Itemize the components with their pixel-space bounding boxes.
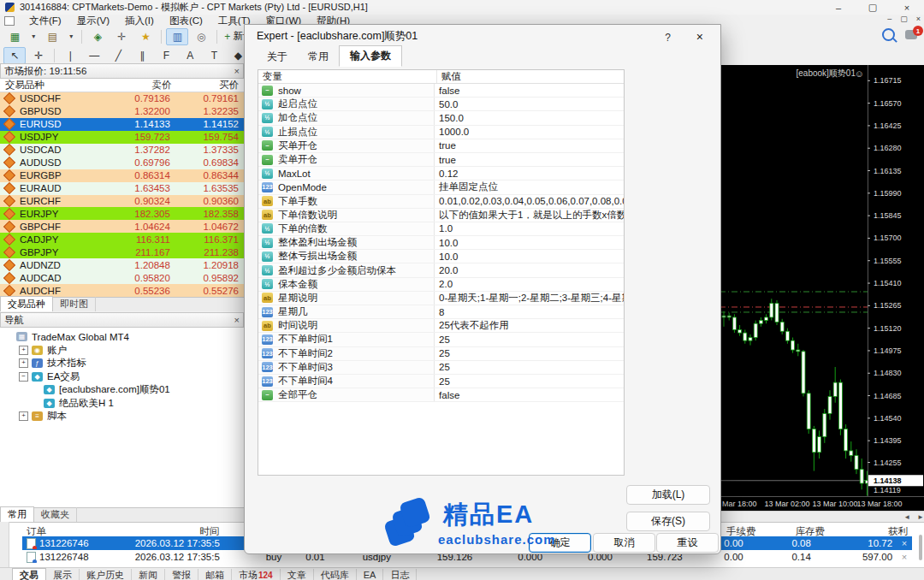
terminal-tab-账户历史[interactable]: 账户历史 — [80, 569, 132, 580]
save-button[interactable]: 保存(S) — [626, 512, 710, 531]
parameter-value[interactable]: 50.0 — [435, 99, 624, 109]
market-watch-row[interactable]: AUDCHF0.552360.55276 — [0, 284, 244, 297]
fibonacci-button[interactable]: F — [155, 47, 177, 64]
parameter-row[interactable]: ab时间说明25代表不起作用 — [258, 319, 624, 333]
search-icon[interactable] — [882, 28, 895, 41]
cancel-button[interactable]: 取消 — [593, 533, 655, 553]
parameter-row[interactable]: ½整体亏损出场金额10.0 — [258, 250, 624, 263]
menu-item[interactable]: 图表(C) — [162, 15, 210, 27]
equidistant-channel-button[interactable]: ∥ — [131, 47, 153, 64]
parameter-row[interactable]: ½整体盈利出场金额10.0 — [258, 236, 624, 250]
dialog-tab-输入参数[interactable]: 输入参数 — [339, 45, 402, 67]
terminal-tab-日志[interactable]: 日志 — [383, 569, 417, 580]
dialog-close-button[interactable]: × — [696, 30, 703, 44]
market-watch-row[interactable]: GBPJPY211.167211.238 — [0, 246, 244, 258]
column-bid[interactable]: 卖价 — [110, 79, 176, 92]
terminal-tab-邮箱[interactable]: 邮箱 — [198, 569, 232, 580]
column-ask[interactable]: 买价 — [177, 79, 244, 92]
market-watch-row[interactable]: USDCAD1.372821.37335 — [0, 144, 244, 157]
horizontal-line-button[interactable]: — — [83, 47, 105, 64]
market-watch-row[interactable]: GBPUSD1.322001.32235 — [0, 105, 244, 118]
market-watch-row[interactable]: AUDUSD0.697960.69834 — [0, 157, 244, 169]
vertical-line-button[interactable]: | — [59, 47, 81, 64]
market-watch-toggle-button[interactable]: ▥ — [166, 28, 188, 45]
navigator-item[interactable]: +◉账户 — [0, 344, 244, 358]
parameter-row[interactable]: ab下单手数0.01,0.02,0.03,0.04,0.05,0.06,0.07… — [258, 195, 624, 209]
parameter-row[interactable]: 123OpenMode挂单固定点位 — [258, 181, 624, 194]
parameter-value[interactable]: 1.0 — [435, 223, 624, 234]
market-watch-row[interactable]: CADJPY116.311116.371 — [0, 233, 244, 246]
terminal-tab-新闻[interactable]: 新闻 — [132, 569, 165, 580]
favorites-button[interactable]: ★ — [134, 28, 157, 45]
parameter-row[interactable]: ~买单开仓true — [258, 139, 624, 153]
minimize-button[interactable]: – — [821, 0, 856, 15]
collapse-icon[interactable]: − — [19, 372, 28, 382]
parameter-row[interactable]: 123不下单时间425 — [258, 375, 624, 388]
parameter-row[interactable]: ½MaxLot0.12 — [258, 167, 624, 181]
navigator-tab-常用[interactable]: 常用 — [0, 506, 34, 522]
market-watch-row[interactable]: EURJPY182.305182.358 — [0, 207, 244, 220]
scroll-right-icon[interactable]: ► — [917, 513, 924, 521]
navigator-item[interactable]: ▦TradeMax Global MT4 — [0, 330, 244, 344]
reset-button[interactable]: 重设 — [656, 533, 719, 553]
navigator-item[interactable]: −◆EA交易 — [0, 370, 244, 384]
dialog-tab-常用[interactable]: 常用 — [298, 47, 339, 67]
parameter-value[interactable]: 挂单固定点位 — [435, 181, 624, 193]
close-order-icon[interactable]: × — [897, 538, 912, 548]
parameter-row[interactable]: ~全部平仓false — [258, 388, 624, 402]
parameter-value[interactable]: 0.12 — [435, 169, 624, 179]
ok-button[interactable]: 确定 — [529, 533, 591, 553]
menu-item[interactable]: 插入(I) — [117, 15, 162, 27]
new-chart-dropdown-icon[interactable]: ▾ — [27, 28, 39, 45]
terminal-tab-警报[interactable]: 警报 — [165, 569, 198, 580]
parameter-value[interactable]: false — [435, 86, 624, 96]
column-symbol[interactable]: 交易品种 — [0, 79, 110, 92]
parameter-row[interactable]: ½保本金额2.0 — [258, 278, 624, 292]
expand-icon[interactable]: + — [19, 358, 28, 368]
market-watch-close-icon[interactable]: × — [234, 66, 240, 76]
market-watch-row[interactable]: EURCHF0.903240.90360 — [0, 195, 244, 208]
market-watch-row[interactable]: GBPCHF1.046241.04672 — [0, 220, 244, 233]
parameter-value[interactable]: 25 — [435, 362, 624, 372]
parameter-value[interactable]: 25 — [435, 376, 624, 387]
new-chart-button[interactable]: ▦ — [3, 28, 26, 45]
terminal-tab-市场[interactable]: 市场124 — [232, 569, 281, 580]
terminal-tab-EA[interactable]: EA — [357, 569, 384, 580]
navigator-item[interactable]: ◆[eaclubshare.com]顺势01 — [0, 383, 244, 397]
parameter-row[interactable]: ab下单倍数说明以下的值如果大于1，就是以上的手数x倍数！例?... — [258, 209, 624, 222]
parameter-value[interactable]: false — [435, 390, 624, 400]
navigator-item[interactable]: +≡脚本 — [0, 410, 244, 423]
notification-icon[interactable]: 1 — [905, 30, 917, 39]
price-chart[interactable]: 1.167151.165701.164251.162801.161351.159… — [720, 65, 924, 511]
parameter-value[interactable]: 10.0 — [435, 252, 624, 262]
chart-canvas[interactable]: 1.167151.165701.164251.162801.161351.159… — [720, 65, 924, 511]
parameter-value[interactable]: 8 — [435, 307, 624, 317]
profiles-button[interactable]: ▤ — [41, 28, 63, 45]
terminal-tab-文章[interactable]: 文章 — [281, 569, 314, 580]
menu-item[interactable]: 文件(F) — [21, 15, 69, 27]
parameter-value[interactable]: 以下的值如果大于1，就是以上的手数x倍数！例?... — [435, 209, 624, 222]
expand-icon[interactable]: + — [19, 411, 28, 421]
navigator-item[interactable]: ◆绝品欧美H 1 — [0, 397, 244, 411]
parameter-row[interactable]: ~卖单开仓true — [258, 153, 624, 167]
data-window-button[interactable]: ◎ — [190, 28, 212, 45]
parameter-value[interactable]: 2.0 — [435, 279, 624, 289]
parameter-value[interactable]: 25代表不起作用 — [435, 319, 624, 332]
parameter-row[interactable]: 123不下单时间125 — [258, 333, 624, 346]
market-watch-row[interactable]: USDJPY159.723159.754 — [0, 131, 244, 144]
text-label-button[interactable]: T — [203, 47, 225, 64]
trendline-button[interactable]: ╱ — [107, 47, 129, 64]
parameter-value[interactable]: 0-星期天;1-星期一;2-星期二;3-星期三;4-星期四;... — [435, 292, 624, 305]
market-watch-tab-交易品种[interactable]: 交易品种 — [0, 296, 53, 311]
parameter-value[interactable]: 25 — [435, 334, 624, 345]
parameter-value[interactable]: true — [435, 140, 624, 151]
expand-icon[interactable]: + — [19, 346, 28, 355]
parameter-value[interactable]: 0.01,0.02,0.03,0.04,0.05,0.06,0.07,0.08,… — [435, 196, 624, 206]
close-button[interactable]: × — [890, 0, 924, 15]
market-watch-row[interactable]: EURUSD1.141331.14152 — [0, 118, 244, 131]
market-watch-row[interactable]: EURGBP0.863140.86344 — [0, 169, 244, 182]
scroll-left-icon[interactable]: ◄ — [903, 513, 910, 521]
maximize-button[interactable]: ▢ — [856, 0, 890, 15]
navigator-tab-收藏夹[interactable]: 收藏夹 — [34, 507, 77, 522]
market-watch-row[interactable]: AUDCAD0.958200.95892 — [0, 271, 244, 284]
